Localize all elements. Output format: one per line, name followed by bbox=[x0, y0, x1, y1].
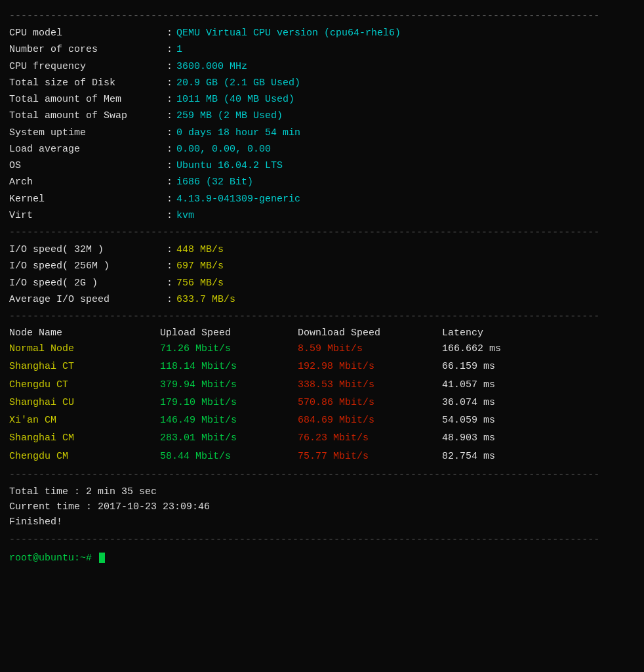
node-name-5: Shanghai CM bbox=[9, 429, 160, 447]
arch-value: i686 (32 Bit) bbox=[176, 175, 253, 190]
cores-row: Number of cores : 1 bbox=[9, 42, 635, 57]
cpu-freq-label: CPU frequency bbox=[9, 59, 167, 74]
cpu-model-colon: : bbox=[167, 26, 172, 41]
mem-value: 1011 MB (40 MB Used) bbox=[176, 92, 294, 107]
node-name-4: Xi'an CM bbox=[9, 411, 160, 429]
os-value: Ubuntu 16.04.2 LTS bbox=[176, 158, 283, 173]
finished-row: Finished! bbox=[9, 514, 635, 530]
swap-value: 259 MB (2 MB Used) bbox=[176, 108, 283, 123]
mem-colon: : bbox=[167, 92, 172, 107]
os-colon: : bbox=[167, 158, 172, 173]
io256-colon: : bbox=[167, 259, 172, 274]
arch-colon: : bbox=[167, 175, 172, 190]
node-name-2: Chengdu CT bbox=[9, 376, 160, 394]
current-time-colon: : bbox=[86, 501, 98, 513]
kernel-value: 4.13.9-041309-generic bbox=[176, 192, 300, 207]
kernel-label: Kernel bbox=[9, 192, 167, 207]
network-row-0: Normal Node71.26 Mbit/s8.59 Mbit/s166.66… bbox=[9, 340, 635, 358]
total-time-row: Total time : 2 min 35 sec bbox=[9, 484, 635, 499]
disk-row: Total size of Disk : 20.9 GB (2.1 GB Use… bbox=[9, 75, 635, 91]
cpu-model-value: QEMU Virtual CPU version (cpu64-rhel6) bbox=[176, 26, 401, 41]
latency-4: 54.059 ms bbox=[442, 411, 635, 429]
prompt-line: root@ubuntu:~# bbox=[9, 551, 635, 566]
os-label: OS bbox=[9, 158, 167, 173]
divider-1: ----------------------------------------… bbox=[9, 227, 635, 238]
latency-5: 48.903 ms bbox=[442, 429, 635, 447]
upload-speed-4: 146.49 Mbit/s bbox=[160, 411, 298, 429]
cpu-model-row: CPU model : QEMU Virtual CPU version (cp… bbox=[9, 26, 635, 41]
col-node-header: Node Name bbox=[9, 326, 160, 340]
download-speed-0: 8.59 Mbit/s bbox=[298, 340, 442, 358]
load-value: 0.00, 0.00, 0.00 bbox=[176, 142, 271, 157]
col-upload-header: Upload Speed bbox=[160, 326, 298, 340]
swap-label: Total amount of Swap bbox=[9, 108, 167, 123]
arch-label: Arch bbox=[9, 175, 167, 190]
total-time-value: 2 min 35 sec bbox=[86, 486, 157, 497]
os-row: OS : Ubuntu 16.04.2 LTS bbox=[9, 158, 635, 173]
download-speed-4: 684.69 Mbit/s bbox=[298, 411, 442, 429]
io2g-value: 756 MB/s bbox=[176, 276, 224, 291]
current-time-value: 2017-10-23 23:09:46 bbox=[98, 501, 210, 513]
uptime-row: System uptime : 0 days 18 hour 54 min bbox=[9, 125, 635, 140]
cores-label: Number of cores bbox=[9, 42, 167, 57]
network-table: Node Name Upload Speed Download Speed La… bbox=[9, 326, 635, 465]
current-time-label: Current time bbox=[9, 501, 80, 513]
io256-value: 697 MB/s bbox=[176, 259, 224, 274]
cpu-freq-value: 3600.000 MHz bbox=[176, 59, 247, 74]
load-label: Load average bbox=[9, 142, 167, 157]
avg-io-label: Average I/O speed bbox=[9, 292, 167, 307]
kernel-row: Kernel : 4.13.9-041309-generic bbox=[9, 192, 635, 207]
network-row-3: Shanghai CU179.10 Mbit/s570.86 Mbit/s36.… bbox=[9, 394, 635, 411]
arch-row: Arch : i686 (32 Bit) bbox=[9, 175, 635, 190]
latency-1: 66.159 ms bbox=[442, 358, 635, 375]
upload-speed-2: 379.94 Mbit/s bbox=[160, 376, 298, 394]
download-speed-1: 192.98 Mbit/s bbox=[298, 358, 442, 375]
node-name-6: Chengdu CM bbox=[9, 448, 160, 465]
uptime-value: 0 days 18 hour 54 min bbox=[176, 125, 300, 140]
cpu-model-label: CPU model bbox=[9, 26, 167, 41]
finished-text: Finished! bbox=[9, 516, 62, 528]
uptime-label: System uptime bbox=[9, 125, 167, 140]
io2g-row: I/O speed( 2G ) : 756 MB/s bbox=[9, 276, 635, 291]
current-time-row: Current time : 2017-10-23 23:09:46 bbox=[9, 499, 635, 514]
swap-row: Total amount of Swap : 259 MB (2 MB Used… bbox=[9, 108, 635, 123]
load-row: Load average : 0.00, 0.00, 0.00 bbox=[9, 142, 635, 157]
network-section: Node Name Upload Speed Download Speed La… bbox=[9, 326, 635, 465]
io32-colon: : bbox=[167, 242, 172, 257]
total-time-label: Total time bbox=[9, 486, 74, 497]
top-divider: ----------------------------------------… bbox=[9, 10, 635, 22]
latency-6: 82.754 ms bbox=[442, 448, 635, 465]
uptime-colon: : bbox=[167, 125, 172, 140]
virt-value: kvm bbox=[176, 208, 194, 223]
download-speed-2: 338.53 Mbit/s bbox=[298, 376, 442, 394]
virt-label: Virt bbox=[9, 208, 167, 223]
virt-colon: : bbox=[167, 208, 172, 223]
disk-label: Total size of Disk bbox=[9, 75, 167, 91]
cpu-freq-colon: : bbox=[167, 59, 172, 74]
network-table-header: Node Name Upload Speed Download Speed La… bbox=[9, 326, 635, 340]
disk-value: 20.9 GB (2.1 GB Used) bbox=[176, 75, 300, 91]
io-section: I/O speed( 32M ) : 448 MB/s I/O speed( 2… bbox=[9, 242, 635, 307]
disk-colon: : bbox=[167, 75, 172, 91]
network-row-2: Chengdu CT379.94 Mbit/s338.53 Mbit/s41.0… bbox=[9, 376, 635, 394]
node-name-0: Normal Node bbox=[9, 340, 160, 358]
upload-speed-0: 71.26 Mbit/s bbox=[160, 340, 298, 358]
prompt-text: root@ubuntu:~# bbox=[9, 553, 98, 564]
node-name-3: Shanghai CU bbox=[9, 394, 160, 411]
network-row-5: Shanghai CM283.01 Mbit/s76.23 Mbit/s48.9… bbox=[9, 429, 635, 447]
divider-3: ----------------------------------------… bbox=[9, 469, 635, 480]
col-download-header: Download Speed bbox=[298, 326, 442, 340]
avg-io-value: 633.7 MB/s bbox=[176, 292, 235, 307]
total-time-colon: : bbox=[74, 486, 86, 497]
divider-2: ----------------------------------------… bbox=[9, 311, 635, 322]
network-row-6: Chengdu CM58.44 Mbit/s75.77 Mbit/s82.754… bbox=[9, 448, 635, 465]
sysinfo-section: CPU model : QEMU Virtual CPU version (cp… bbox=[9, 26, 635, 223]
col-latency-header: Latency bbox=[442, 326, 635, 340]
io2g-colon: : bbox=[167, 276, 172, 291]
latency-0: 166.662 ms bbox=[442, 340, 635, 358]
cursor-block bbox=[99, 553, 105, 563]
cores-value: 1 bbox=[176, 42, 182, 57]
load-colon: : bbox=[167, 142, 172, 157]
upload-speed-3: 179.10 Mbit/s bbox=[160, 394, 298, 411]
io2g-label: I/O speed( 2G ) bbox=[9, 276, 167, 291]
